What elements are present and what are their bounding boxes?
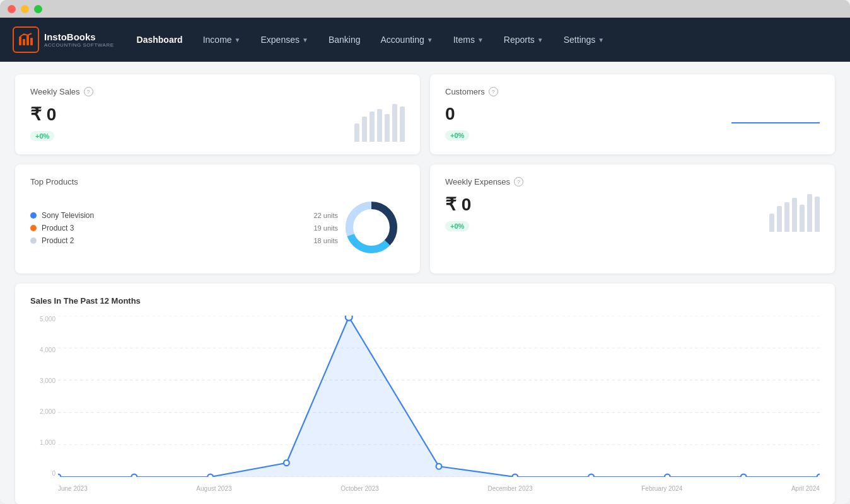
mini-bar (370, 112, 375, 142)
mini-bar (354, 123, 359, 142)
accounting-dropdown-arrow: ▼ (427, 37, 433, 43)
customers-chart (731, 104, 820, 132)
customers-card: Customers ? 0 +0% (430, 74, 835, 154)
data-point (665, 474, 670, 477)
data-point (817, 474, 820, 477)
weekly-expenses-bars (769, 194, 820, 232)
weekly-sales-value: ₹ 0 (30, 104, 354, 125)
sales-chart-title: Sales In The Past 12 Months (30, 296, 820, 306)
svg-marker-15 (58, 317, 820, 477)
nav-accounting[interactable]: Accounting ▼ (373, 30, 440, 50)
y-label-0: 0 (30, 470, 55, 477)
close-button[interactable] (8, 5, 16, 13)
product-name-2: Product 3 (42, 224, 308, 232)
logo-brand: InstoBooks (44, 32, 114, 42)
product-units-1: 22 units (313, 212, 338, 219)
product-units-2: 19 units (313, 224, 338, 232)
main-content: Weekly Sales ? ₹ 0 +0% Customers (0, 62, 850, 504)
mini-bar (769, 214, 774, 232)
data-point (436, 464, 442, 469)
mini-bar (815, 197, 820, 232)
list-item: Product 3 19 units (30, 224, 338, 232)
data-point-peak (346, 316, 352, 321)
x-label-aug2023: August 2023 (196, 485, 231, 492)
product-dot-3 (30, 238, 37, 244)
minimize-button[interactable] (21, 5, 29, 13)
weekly-expenses-chart (769, 194, 820, 232)
mini-bar (792, 198, 797, 232)
data-point (588, 474, 594, 477)
weekly-expenses-help-icon[interactable]: ? (514, 177, 523, 186)
top-products-donut (338, 194, 405, 261)
nav-reports[interactable]: Reports ▼ (496, 30, 551, 50)
y-label-3000: 3,000 (30, 377, 55, 384)
logo[interactable]: InstoBooks ACCOUNTING SOFTWARE (13, 26, 114, 53)
top-products-list: Sony Television 22 units Product 3 19 un… (30, 206, 338, 249)
expenses-dropdown-arrow: ▼ (302, 37, 308, 43)
weekly-sales-bars (354, 104, 405, 142)
mini-bar (800, 205, 805, 232)
nav-banking[interactable]: Banking (321, 30, 368, 50)
logo-icon (13, 26, 39, 53)
mini-bar (400, 106, 405, 142)
weekly-expenses-card: Weekly Expenses ? ₹ 0 +0% (430, 164, 835, 273)
nav-expenses[interactable]: Expenses ▼ (253, 30, 316, 50)
items-dropdown-arrow: ▼ (477, 37, 484, 43)
nav-income[interactable]: Income ▼ (195, 30, 248, 50)
window: InstoBooks ACCOUNTING SOFTWARE Dashboard… (0, 0, 850, 504)
logo-text: InstoBooks ACCOUNTING SOFTWARE (44, 32, 114, 48)
nav-settings[interactable]: Settings ▼ (556, 30, 612, 50)
weekly-sales-help-icon[interactable]: ? (84, 87, 93, 96)
product-name-1: Sony Television (42, 211, 308, 220)
customers-left: 0 +0% (445, 104, 731, 140)
product-name-3: Product 2 (42, 236, 308, 245)
customers-help-icon[interactable]: ? (489, 87, 498, 96)
svg-rect-2 (26, 35, 29, 45)
weekly-expenses-value: ₹ 0 (445, 194, 769, 215)
svg-rect-1 (23, 39, 25, 45)
data-point (741, 474, 747, 477)
data-point (284, 460, 289, 466)
y-label-1000: 1,000 (30, 439, 55, 446)
product-dot-2 (30, 225, 37, 231)
settings-dropdown-arrow: ▼ (598, 37, 604, 43)
top-products-title: Top Products (30, 177, 405, 186)
sales-line-svg (58, 316, 820, 477)
mini-bar (377, 109, 382, 142)
weekly-expenses-title: Weekly Expenses ? (445, 177, 820, 186)
logo-sub: ACCOUNTING SOFTWARE (44, 42, 114, 48)
weekly-sales-title: Weekly Sales ? (30, 87, 405, 96)
weekly-expenses-left: ₹ 0 +0% (445, 194, 769, 231)
list-item: Sony Television 22 units (30, 211, 338, 220)
product-units-3: 18 units (313, 237, 338, 244)
mini-bar (392, 104, 397, 142)
reports-dropdown-arrow: ▼ (537, 37, 544, 43)
x-label-dec2023: December 2023 (487, 485, 532, 492)
top-products-inner: Sony Television 22 units Product 3 19 un… (30, 194, 405, 261)
top-products-card: Top Products Sony Television 22 units (15, 164, 420, 273)
y-axis: 5,000 4,000 3,000 2,000 1,000 0 (30, 316, 55, 477)
mini-bar (385, 114, 390, 142)
svg-rect-0 (19, 37, 21, 45)
mini-bar (807, 194, 812, 232)
top-cards-row: Weekly Sales ? ₹ 0 +0% Customers (15, 74, 835, 154)
maximize-button[interactable] (34, 5, 42, 13)
customers-inner: 0 +0% (445, 104, 820, 140)
x-label-feb2024: February 2024 (641, 485, 682, 492)
data-point (512, 474, 518, 477)
nav-items[interactable]: Items ▼ (446, 30, 491, 50)
nav-dashboard[interactable]: Dashboard (129, 30, 190, 50)
sales-chart-card: Sales In The Past 12 Months 5,000 4,000 … (15, 284, 835, 504)
customers-value: 0 (445, 104, 731, 124)
data-point (131, 474, 137, 477)
bottom-cards-row: Top Products Sony Television 22 units (15, 164, 835, 273)
products-list: Sony Television 22 units Product 3 19 un… (30, 211, 338, 245)
weekly-sales-left: ₹ 0 +0% (30, 104, 354, 141)
list-item: Product 2 18 units (30, 236, 338, 245)
navbar: InstoBooks ACCOUNTING SOFTWARE Dashboard… (0, 18, 850, 62)
title-bar (0, 0, 850, 18)
mini-bar (777, 206, 782, 232)
svg-rect-3 (30, 38, 33, 45)
weekly-sales-card: Weekly Sales ? ₹ 0 +0% (15, 74, 420, 154)
product-dot-1 (30, 212, 37, 219)
